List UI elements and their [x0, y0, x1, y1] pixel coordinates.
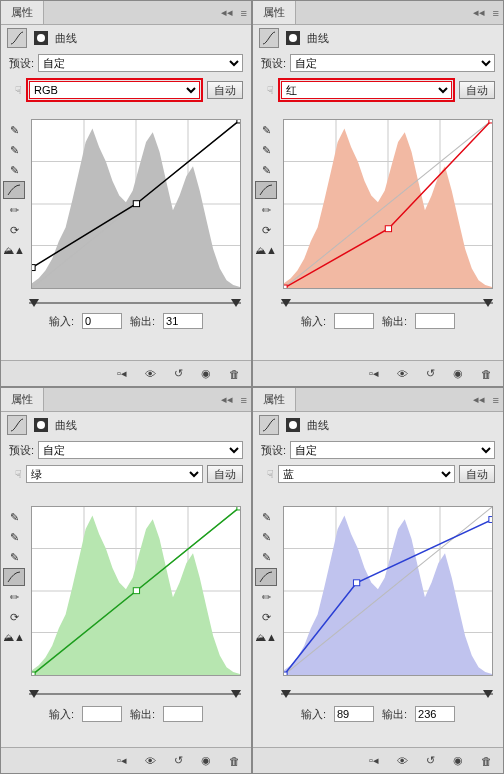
- auto-button[interactable]: 自动: [207, 465, 243, 483]
- preset-select[interactable]: 自定: [290, 441, 495, 459]
- curve-point-tool-icon[interactable]: [3, 181, 25, 199]
- smooth-tool-icon[interactable]: ⟳: [255, 221, 277, 239]
- trash-icon[interactable]: 🗑: [477, 752, 495, 770]
- curves-graph[interactable]: [31, 506, 241, 676]
- toggle-visibility-icon[interactable]: 👁: [141, 365, 159, 383]
- output-field[interactable]: [415, 313, 455, 329]
- clip-to-layer-icon[interactable]: ▫◂: [365, 365, 383, 383]
- tab-properties[interactable]: 属性: [253, 388, 296, 411]
- curve-point-tool-icon[interactable]: [3, 568, 25, 586]
- eyedropper-gray-icon[interactable]: ✎: [3, 528, 25, 546]
- mask-icon[interactable]: [283, 28, 303, 48]
- eyedropper-white-icon[interactable]: ✎: [255, 161, 277, 179]
- input-label: 输入:: [49, 314, 74, 329]
- preview-icon[interactable]: ◉: [449, 752, 467, 770]
- smooth-tool-icon[interactable]: ⟳: [3, 221, 25, 239]
- eyedropper-black-icon[interactable]: ✎: [255, 121, 277, 139]
- input-field[interactable]: [82, 313, 122, 329]
- eyedropper-white-icon[interactable]: ✎: [3, 161, 25, 179]
- collapse-icon[interactable]: ◂◂: [469, 6, 489, 19]
- curves-graph[interactable]: [283, 119, 493, 289]
- eyedropper-gray-icon[interactable]: ✎: [255, 528, 277, 546]
- target-adjust-icon[interactable]: ☟: [9, 468, 22, 481]
- input-field[interactable]: [334, 706, 374, 722]
- preset-select[interactable]: 自定: [38, 441, 243, 459]
- mask-icon[interactable]: [31, 415, 51, 435]
- collapse-icon[interactable]: ◂◂: [217, 393, 237, 406]
- auto-button[interactable]: 自动: [207, 81, 243, 99]
- smooth-tool-icon[interactable]: ⟳: [255, 608, 277, 626]
- menu-icon[interactable]: ≡: [489, 394, 503, 406]
- svg-rect-10: [133, 201, 139, 207]
- output-field[interactable]: [163, 313, 203, 329]
- output-field[interactable]: [163, 706, 203, 722]
- eyedropper-white-icon[interactable]: ✎: [255, 548, 277, 566]
- input-slider[interactable]: [281, 688, 493, 700]
- target-adjust-icon[interactable]: ☟: [9, 84, 22, 97]
- eyedropper-gray-icon[interactable]: ✎: [255, 141, 277, 159]
- curve-point-tool-icon[interactable]: [255, 568, 277, 586]
- menu-icon[interactable]: ≡: [237, 7, 251, 19]
- auto-button[interactable]: 自动: [459, 81, 495, 99]
- input-slider[interactable]: [29, 688, 241, 700]
- input-field[interactable]: [82, 706, 122, 722]
- eyedropper-black-icon[interactable]: ✎: [3, 508, 25, 526]
- curves-graph[interactable]: [31, 119, 241, 289]
- tab-properties[interactable]: 属性: [253, 1, 296, 24]
- preset-row: 预设: 自定: [253, 51, 503, 75]
- toggle-visibility-icon[interactable]: 👁: [141, 752, 159, 770]
- reset-icon[interactable]: ↺: [169, 365, 187, 383]
- preview-icon[interactable]: ◉: [449, 365, 467, 383]
- tab-properties[interactable]: 属性: [1, 1, 44, 24]
- output-field[interactable]: [415, 706, 455, 722]
- clip-to-layer-icon[interactable]: ▫◂: [113, 365, 131, 383]
- channel-select[interactable]: 蓝: [278, 465, 455, 483]
- eyedropper-black-icon[interactable]: ✎: [3, 121, 25, 139]
- reset-icon[interactable]: ↺: [421, 752, 439, 770]
- preview-icon[interactable]: ◉: [197, 365, 215, 383]
- channel-select[interactable]: 绿: [26, 465, 203, 483]
- input-field[interactable]: [334, 313, 374, 329]
- clip-warning-icon[interactable]: ⛰▲: [255, 241, 277, 259]
- collapse-icon[interactable]: ◂◂: [469, 393, 489, 406]
- trash-icon[interactable]: 🗑: [477, 365, 495, 383]
- clip-warning-icon[interactable]: ⛰▲: [255, 628, 277, 646]
- collapse-icon[interactable]: ◂◂: [217, 6, 237, 19]
- trash-icon[interactable]: 🗑: [225, 752, 243, 770]
- pencil-tool-icon[interactable]: ✏: [255, 201, 277, 219]
- channel-select[interactable]: 红: [281, 81, 452, 99]
- pencil-tool-icon[interactable]: ✏: [3, 588, 25, 606]
- toggle-visibility-icon[interactable]: 👁: [393, 365, 411, 383]
- reset-icon[interactable]: ↺: [421, 365, 439, 383]
- mask-icon[interactable]: [283, 415, 303, 435]
- mask-icon[interactable]: [31, 28, 51, 48]
- channel-select[interactable]: RGB: [29, 81, 200, 99]
- curves-graph[interactable]: [283, 506, 493, 676]
- target-adjust-icon[interactable]: ☟: [261, 468, 274, 481]
- auto-button[interactable]: 自动: [459, 465, 495, 483]
- eyedropper-white-icon[interactable]: ✎: [3, 548, 25, 566]
- preset-select[interactable]: 自定: [290, 54, 495, 72]
- menu-icon[interactable]: ≡: [237, 394, 251, 406]
- menu-icon[interactable]: ≡: [489, 7, 503, 19]
- eyedropper-black-icon[interactable]: ✎: [255, 508, 277, 526]
- reset-icon[interactable]: ↺: [169, 752, 187, 770]
- input-slider[interactable]: [281, 297, 493, 309]
- curve-point-tool-icon[interactable]: [255, 181, 277, 199]
- clip-warning-icon[interactable]: ⛰▲: [3, 241, 25, 259]
- eyedropper-gray-icon[interactable]: ✎: [3, 141, 25, 159]
- clip-to-layer-icon[interactable]: ▫◂: [113, 752, 131, 770]
- preview-icon[interactable]: ◉: [197, 752, 215, 770]
- clip-to-layer-icon[interactable]: ▫◂: [365, 752, 383, 770]
- preset-select[interactable]: 自定: [38, 54, 243, 72]
- pencil-tool-icon[interactable]: ✏: [255, 588, 277, 606]
- pencil-tool-icon[interactable]: ✏: [3, 201, 25, 219]
- adjustment-title: 曲线: [307, 418, 329, 433]
- clip-warning-icon[interactable]: ⛰▲: [3, 628, 25, 646]
- trash-icon[interactable]: 🗑: [225, 365, 243, 383]
- smooth-tool-icon[interactable]: ⟳: [3, 608, 25, 626]
- toggle-visibility-icon[interactable]: 👁: [393, 752, 411, 770]
- target-adjust-icon[interactable]: ☟: [261, 84, 274, 97]
- tab-properties[interactable]: 属性: [1, 388, 44, 411]
- input-slider[interactable]: [29, 297, 241, 309]
